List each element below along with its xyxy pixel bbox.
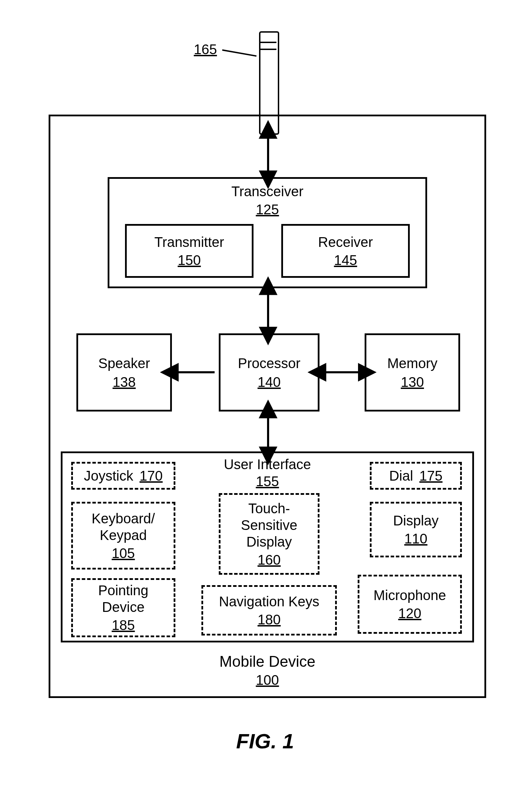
- connectors: [0, 0, 532, 806]
- figure-canvas: 165 Mobile Device 100 Transceiver 125 Tr…: [0, 0, 532, 806]
- figure-caption: FIG. 1: [236, 729, 294, 753]
